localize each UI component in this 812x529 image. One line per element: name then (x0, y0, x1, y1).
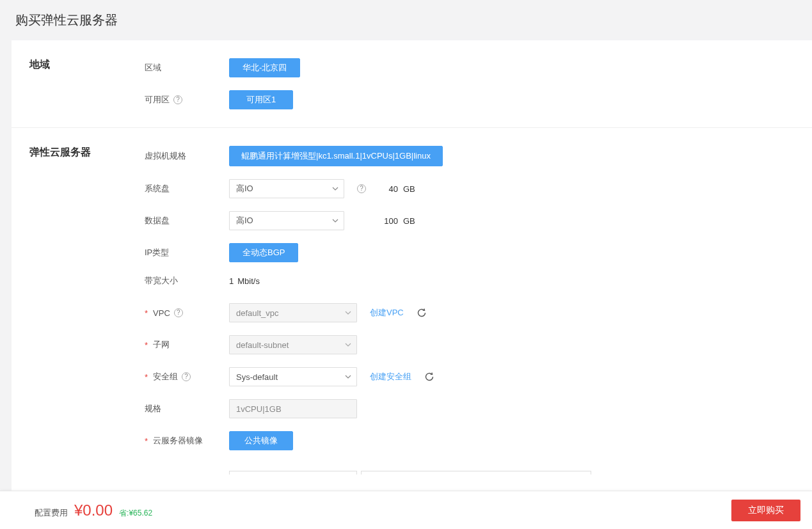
refresh-icon[interactable] (417, 308, 427, 318)
required-mark: * (145, 436, 148, 446)
label-image: * 云服务器镜像 (145, 435, 229, 446)
label-vpc: * VPC ? (145, 308, 229, 318)
row-security-group: * 安全组 ? Sys-default 创建安全组 (145, 367, 812, 386)
create-vpc-link[interactable]: 创建VPC (370, 307, 404, 319)
label-flavor: 规格 (145, 403, 229, 415)
flavor-value: 1vCPU|1GB (236, 404, 282, 414)
sysdisk-unit: GB (403, 184, 415, 194)
label-iptype: IP类型 (145, 247, 229, 258)
sysdisk-type-value: 高IO (236, 183, 253, 194)
label-az-text: 可用区 (145, 94, 170, 106)
security-group-value: Sys-default (236, 372, 278, 382)
footer-left: 配置费用 ¥0.00 省:¥65.62 (35, 501, 152, 519)
row-flavor: 规格 1vCPU|1GB (145, 399, 812, 418)
label-sysdisk: 系统盘 (145, 183, 229, 194)
label-subnet: * 子网 (145, 339, 229, 351)
datadisk-unit: GB (403, 216, 415, 226)
label-security-group: * 安全组 ? (145, 371, 229, 383)
image-os-select[interactable] (229, 471, 357, 475)
row-az: 可用区 ? 可用区1 (145, 90, 812, 109)
row-image: * 云服务器镜像 公共镜像 (145, 431, 812, 450)
chevron-down-icon (332, 217, 338, 224)
required-mark: * (145, 308, 148, 318)
label-vpc-text: VPC (153, 308, 170, 318)
section-ecs: 弹性云服务器 虚拟机规格 鲲鹏通用计算增强型|kc1.small.1|1vCPU… (12, 127, 812, 500)
footer-bar: 配置费用 ¥0.00 省:¥65.62 立即购买 (0, 491, 812, 529)
datadisk-type-value: 高IO (236, 215, 253, 226)
subnet-value: default-subnet (236, 340, 289, 350)
row-sysdisk: 系统盘 高IO ? 40 GB (145, 179, 812, 198)
required-mark: * (145, 340, 148, 350)
help-icon[interactable]: ? (357, 184, 366, 193)
buy-now-button[interactable]: 立即购买 (731, 500, 800, 521)
row-datadisk: 数据盘 高IO 100 GB (145, 211, 812, 230)
required-mark: * (145, 372, 148, 382)
label-datadisk: 数据盘 (145, 215, 229, 226)
chevron-down-icon (345, 342, 351, 348)
row-bandwidth: 带宽大小 1 Mbit/s (145, 271, 812, 290)
image-version-select[interactable] (361, 471, 591, 475)
refresh-icon[interactable] (424, 372, 434, 382)
fee-save: 省:¥65.62 (119, 508, 152, 519)
section-ecs-title: 弹性云服务器 (29, 146, 91, 159)
security-group-select[interactable]: Sys-default (229, 367, 357, 386)
flavor-input: 1vCPU|1GB (229, 399, 357, 418)
region-value-button[interactable]: 华北-北京四 (229, 58, 300, 77)
page-title: 购买弹性云服务器 (0, 0, 812, 40)
subnet-select[interactable]: default-subnet (229, 335, 357, 354)
vpc-select[interactable]: default_vpc (229, 303, 357, 322)
help-icon[interactable]: ? (173, 95, 182, 104)
form-content: 地域 区域 华北-北京四 可用区 ? 可用区1 弹性云服务器 (12, 40, 812, 529)
sysdisk-size: 40 (379, 184, 398, 194)
row-vpc: * VPC ? default_vpc 创建VPC (145, 303, 812, 322)
vpc-value: default_vpc (236, 308, 279, 318)
row-image-select-partial (145, 463, 812, 482)
create-security-group-link[interactable]: 创建安全组 (370, 371, 411, 383)
help-icon[interactable]: ? (174, 308, 183, 317)
label-sg-text: 安全组 (153, 371, 178, 383)
datadisk-type-select[interactable]: 高IO (229, 211, 344, 230)
row-region: 区域 华北-北京四 (145, 58, 812, 77)
sysdisk-type-select[interactable]: 高IO (229, 179, 344, 198)
az-value-button[interactable]: 可用区1 (229, 90, 293, 109)
chevron-down-icon (345, 310, 351, 316)
fee-amount: ¥0.00 (74, 501, 113, 519)
fee-label: 配置费用 (35, 507, 68, 519)
label-az: 可用区 ? (145, 94, 229, 106)
label-region: 区域 (145, 62, 229, 74)
spec-value-button[interactable]: 鲲鹏通用计算增强型|kc1.small.1|1vCPUs|1GB|linux (229, 146, 443, 166)
section-region: 地域 区域 华北-北京四 可用区 ? 可用区1 (12, 40, 812, 127)
bandwidth-value: 1 (229, 276, 234, 286)
label-image-text: 云服务器镜像 (153, 435, 203, 446)
bandwidth-unit: Mbit/s (237, 276, 260, 286)
datadisk-size: 100 (379, 216, 398, 226)
row-iptype: IP类型 全动态BGP (145, 243, 812, 262)
row-subnet: * 子网 default-subnet (145, 335, 812, 354)
help-icon[interactable]: ? (182, 372, 191, 381)
iptype-value-button[interactable]: 全动态BGP (229, 243, 298, 262)
row-spec: 虚拟机规格 鲲鹏通用计算增强型|kc1.small.1|1vCPUs|1GB|l… (145, 146, 812, 166)
label-bandwidth: 带宽大小 (145, 275, 229, 287)
chevron-down-icon (345, 374, 351, 380)
chevron-down-icon (332, 186, 338, 192)
image-value-button[interactable]: 公共镜像 (229, 431, 293, 450)
section-region-title: 地域 (29, 58, 50, 72)
label-spec: 虚拟机规格 (145, 150, 229, 162)
label-subnet-text: 子网 (153, 339, 170, 351)
